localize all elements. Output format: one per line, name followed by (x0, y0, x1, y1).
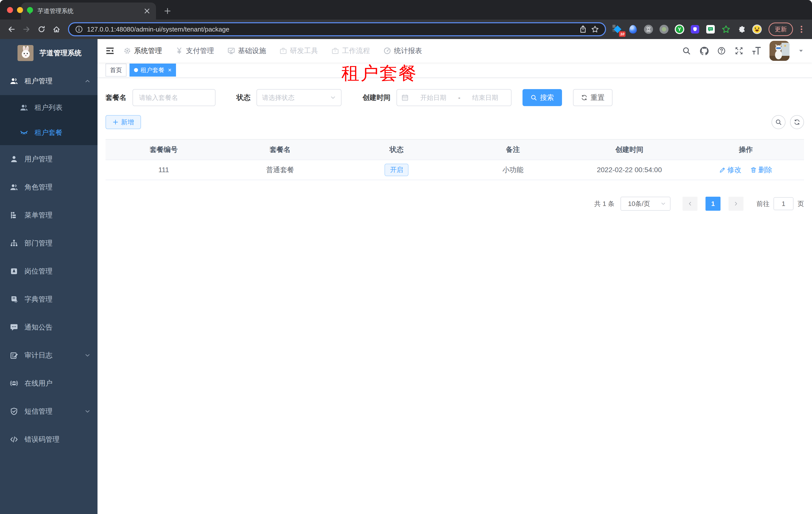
profile-avatar-icon[interactable] (752, 24, 762, 35)
reload-icon[interactable] (36, 24, 47, 35)
browser-update-button[interactable]: 更新 (768, 23, 793, 36)
sidebar-item-role-mgmt[interactable]: 角色管理 (0, 173, 97, 201)
extension-y-icon[interactable]: Y (674, 24, 685, 35)
sidebar-item-dict-mgmt[interactable]: 字典管理 (0, 285, 97, 313)
extension-star-icon[interactable] (721, 24, 731, 35)
top-menu-workflow[interactable]: 工作流程 (331, 46, 370, 56)
sidebar-item-user-mgmt[interactable]: 用户管理 (0, 145, 97, 173)
status-filter-select[interactable]: 请选择状态 (257, 89, 342, 106)
sidebar-item-tenant-package[interactable]: 租户套餐 (0, 120, 97, 145)
cell-status: 开启 (338, 160, 455, 180)
app-title: 芋道管理系统 (39, 48, 82, 58)
shield-check-icon (10, 407, 18, 415)
bookmark-star-icon[interactable] (591, 25, 599, 33)
goto-page-input[interactable] (774, 197, 793, 210)
new-tab-button[interactable] (161, 4, 174, 18)
sidebar-item-audit-log[interactable]: 审计日志 (0, 341, 97, 369)
address-bar[interactable]: 127.0.0.1:48080/admin-ui/system/tenant/p… (68, 22, 606, 36)
search-icon (775, 119, 782, 125)
close-window-button[interactable] (7, 7, 13, 13)
calendar-icon (402, 94, 408, 101)
extension-dot-icon[interactable] (659, 24, 669, 35)
browser-menu-kebab-icon[interactable] (797, 25, 806, 34)
sidebar-item-post-mgmt[interactable]: 岗位管理 (0, 257, 97, 285)
zoom-window-button[interactable] (27, 7, 33, 13)
delete-link[interactable]: 删除 (750, 165, 772, 175)
show-search-toggle-button[interactable] (772, 115, 785, 129)
app-logo-row[interactable]: 芋道管理系统 (0, 39, 97, 67)
page-size-select[interactable]: 10条/页 (620, 197, 670, 211)
extension-gem-icon[interactable] (628, 24, 638, 35)
browser-tab[interactable]: 芋道管理系统 (21, 2, 156, 20)
fullscreen-icon[interactable] (734, 46, 744, 55)
top-menu-devtools[interactable]: 研发工具 (280, 46, 318, 56)
site-info-icon[interactable] (75, 25, 83, 33)
sidebar-item-dept-mgmt[interactable]: 部门管理 (0, 229, 97, 257)
top-menu-payment[interactable]: 支付管理 (175, 46, 214, 56)
end-date-placeholder[interactable]: 结束日期 (464, 93, 506, 102)
tab-title: 芋道管理系统 (37, 7, 139, 15)
name-filter-label: 套餐名 (106, 93, 126, 102)
search-icon (530, 94, 537, 101)
sidebar-item-tenant-list[interactable]: 租户列表 (0, 95, 97, 120)
name-filter-input[interactable] (133, 89, 215, 106)
user-avatar[interactable] (770, 41, 789, 61)
sidebar-item-menu-mgmt[interactable]: 菜单管理 (0, 201, 97, 229)
tab-close-icon[interactable] (143, 7, 151, 15)
add-button[interactable]: 新增 (106, 115, 141, 129)
minimize-window-button[interactable] (17, 7, 23, 13)
org-chart-icon (10, 239, 18, 247)
extension-shield-icon[interactable] (690, 24, 700, 35)
prev-page-button[interactable] (683, 197, 697, 211)
extension-command-icon[interactable] (643, 24, 654, 35)
edit-link[interactable]: 修改 (719, 165, 741, 175)
reset-button[interactable]: 重置 (573, 89, 612, 106)
font-size-icon[interactable] (752, 46, 761, 55)
top-menu-report[interactable]: 统计报表 (383, 46, 422, 56)
table-header-row: 套餐编号 套餐名 状态 备注 创建时间 操作 (106, 139, 804, 160)
top-menu: 系统管理 支付管理 基础设施 研发工具 (123, 46, 422, 56)
date-range-picker[interactable]: 开始日期 - 结束日期 (397, 89, 512, 106)
active-dot (134, 68, 138, 72)
refresh-table-button[interactable] (790, 115, 804, 129)
top-menu-infra[interactable]: 基础设施 (228, 46, 266, 56)
col-created: 创建时间 (571, 139, 688, 160)
header-search-icon[interactable] (682, 46, 691, 55)
user-icon (10, 155, 18, 163)
col-actions: 操作 (688, 139, 804, 160)
extensions-puzzle-icon[interactable] (736, 24, 747, 35)
chevron-right-icon (733, 201, 739, 207)
back-icon[interactable] (6, 24, 17, 35)
chevron-left-icon (687, 201, 693, 207)
top-menu-system[interactable]: 系统管理 (123, 46, 162, 56)
github-icon[interactable] (699, 46, 708, 55)
caret-down-icon[interactable] (798, 48, 804, 54)
sidebar-item-online-users[interactable]: 在线用户 (0, 369, 97, 397)
sidebar-item-tenant-mgmt[interactable]: 租户管理 (0, 67, 97, 95)
search-button[interactable]: 搜索 (522, 89, 562, 106)
chevron-down-icon (85, 352, 90, 358)
extension-diamond-icon[interactable]: 10 (612, 24, 623, 35)
home-icon[interactable] (51, 24, 62, 35)
page-1-button[interactable]: 1 (705, 197, 721, 211)
sidebar-item-notice[interactable]: 通知公告 (0, 313, 97, 341)
refresh-icon (581, 94, 587, 101)
forward-icon[interactable] (21, 24, 32, 35)
share-icon[interactable] (579, 25, 587, 33)
tag-close-icon[interactable]: × (168, 67, 172, 73)
col-remark: 备注 (455, 139, 571, 160)
users-icon (10, 183, 18, 191)
next-page-button[interactable] (728, 197, 744, 211)
sidebar-item-sms-mgmt[interactable]: 短信管理 (0, 397, 97, 426)
tag-home[interactable]: 首页 (106, 63, 126, 77)
tag-tenant-package[interactable]: 租户套餐 × (129, 63, 176, 77)
extension-chat-icon[interactable] (705, 24, 716, 35)
sidebar-fold-icon[interactable] (106, 46, 115, 55)
help-icon[interactable] (717, 46, 726, 55)
extension-badge: 10 (619, 31, 626, 37)
url-text[interactable]: 127.0.0.1:48080/admin-ui/system/tenant/p… (87, 26, 575, 33)
cell-package-id: 111 (106, 160, 222, 180)
sidebar-item-error-code-mgmt[interactable]: 错误码管理 (0, 426, 97, 454)
start-date-placeholder[interactable]: 开始日期 (412, 93, 455, 102)
briefcase-icon (331, 47, 339, 55)
